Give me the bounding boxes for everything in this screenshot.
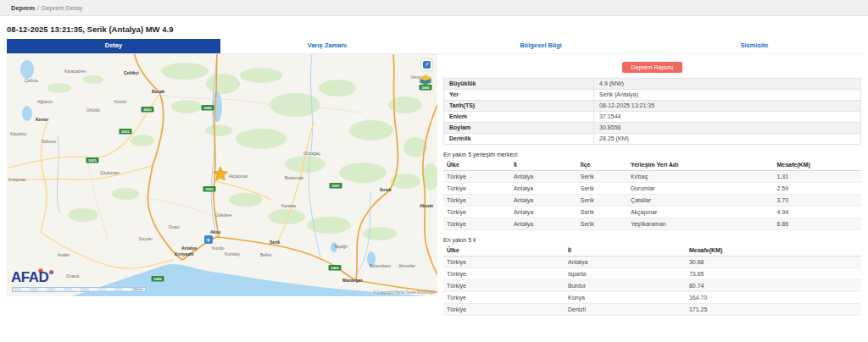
earthquake-report-button[interactable]: Deprem Raporu [622,62,683,73]
road-badge-label: D400 [331,267,338,270]
table-cell: Türkiye [443,303,565,315]
table-cell: Antalya [510,218,577,229]
table-row: TürkiyeAntalyaSerikDorumlar2.59 [443,182,861,194]
tab-bölgesel-bilgi[interactable]: Bölgesel Bilgi [434,39,648,53]
map-place-label: Belkıs [260,252,272,257]
column-header: Mesafe(KM) [686,245,861,256]
tab-sismisite[interactable]: Sismisite [648,39,861,53]
table-cell: 164.70 [686,291,861,303]
table-cell: Antalya [510,182,577,194]
detail-value: 08-12-2025 13:21:35 [594,100,861,111]
column-header: Ülke [443,245,565,256]
earthquake-detail-table: Büyüklük4.9 (MW)YerSerik (Antalya)Tarih(… [443,78,861,145]
road-badge-label: D650 [143,108,151,112]
map-place-label: Aksu [210,229,220,234]
table-cell: Türkiye [443,256,565,268]
table-cell: Antalya [510,206,577,218]
table-cell: Serik [577,170,627,182]
table-cell: 2.59 [773,182,861,194]
afad-logo: AFAD [11,270,53,284]
table-cell: 3.70 [773,194,861,206]
table-cell: Serik [577,206,627,218]
detail-row: Boylam30.8556 [444,122,861,133]
table-cell: Türkiye [443,218,510,229]
map-place-label: Gökdere [215,212,231,218]
map-place-label: Ovacık [66,273,80,279]
table-cell: Antalya [510,170,577,182]
breadcrumb-current: Deprem Detay [42,4,82,12]
road-badge-label: D400 [153,278,161,281]
airport-icon[interactable]: ✈ [204,235,213,244]
map-place-label: Serik [270,240,280,245]
detail-label: Enlem [444,111,594,122]
table-cell: Çatallar [627,194,774,206]
detail-value: 30.8556 [594,122,861,133]
detail-panel: Deprem Raporu Büyüklük4.9 (MW)YerSerik (… [443,54,861,316]
map-scale-bar: 50 km [12,287,146,292]
table-cell: Serik [577,218,627,229]
table-cell: Isparta [565,268,686,279]
road-secondary [7,95,314,268]
road-badge-label: D635 [121,130,129,134]
map-place-label: Beşkonak [285,175,303,180]
map-layers-button[interactable] [417,74,434,87]
table-row: TürkiyeAntalyaSerikÇatallar3.70 [443,194,861,206]
road-badge-label: D695 [205,188,213,191]
table-cell: Antalya [510,194,577,206]
table-cell: Türkiye [443,182,510,194]
column-header: İl [565,245,686,256]
road-badge-label: D685 [203,107,211,110]
table-cell: Türkiye [443,170,510,182]
map[interactable]: D650D685D635D625D695D687D400D400D685 Çel… [7,54,437,296]
table-cell: Konya [565,291,686,303]
table-cell: 80.74 [686,279,861,291]
map-place-label: Ürkütlü [86,108,100,113]
map-place-label: Karataş [281,203,297,208]
map-place-label: Antalya [181,245,197,251]
table-row: TürkiyeAntalya30.68 [443,256,861,268]
table-cell: Kırbaş [627,170,774,182]
detail-label: Yer [444,89,594,100]
table-cell: Antalya [565,256,686,268]
table-row: TürkiyeDenizli171.25 [443,303,861,315]
nearest-provinces-table: ÜlkeİlMesafe(KM) TürkiyeAntalya30.68Türk… [443,245,861,316]
map-place-label: Doyran [139,236,153,241]
map-place-label: Düzağaç [303,151,320,156]
svg-text:✈: ✈ [206,237,211,243]
detail-row: Derinlik28.25 (KM) [444,133,861,144]
map-expand-button[interactable]: ⇗ [421,59,432,70]
table-cell: 4.94 [773,206,861,218]
table-row: TürkiyeAntalyaSerikAkçapınar4.94 [443,206,861,218]
content-area: D650D685D635D625D695D687D400D400D685 Çel… [7,54,861,308]
detail-label: Tarih(TS) [444,100,594,111]
table-cell: 171.25 [686,303,861,315]
map-attribution: © Copyright Harita Genel Müdürlüğü [373,290,435,295]
nearest-settlements-title: En yakın 5 yerleşim merkezi [443,152,861,157]
table-cell: 1.31 [773,170,861,182]
road-badge-label: D625 [88,159,96,163]
map-place-label: Kırkpınar [8,177,26,182]
table-cell: Türkiye [443,194,510,206]
tab-detay[interactable]: Detay [7,39,220,53]
tab-varış-zamanı[interactable]: Varış Zamanı [220,39,434,53]
map-place-label: Manavgat [342,278,362,283]
layers-icon [417,74,434,87]
table-cell: 30.68 [686,256,861,268]
detail-label: Boylam [444,122,594,133]
map-place-label: Taşağıl [334,244,348,249]
column-header: Mesafe(KM) [773,159,861,171]
column-header: İl [510,159,577,171]
map-place-label: Kemer [36,117,49,122]
breadcrumb-section[interactable]: Deprem [11,4,35,12]
map-place-label: Kestel [114,99,126,104]
map-place-label: Ahmetler [398,263,415,268]
table-cell: Akçapınar [627,206,774,218]
map-place-label: Belenobası [370,263,391,268]
map-canvas: D650D685D635D625D695D687D400D400D685 Çel… [7,54,437,296]
map-place-label: Çaykenarı [100,170,120,175]
table-cell: Serik [577,182,627,194]
table-cell: Serik [577,194,627,206]
table-cell: 6.86 [773,218,861,229]
table-row: TürkiyeIsparta73.65 [443,268,861,279]
detail-value: 28.25 (KM) [594,133,861,144]
